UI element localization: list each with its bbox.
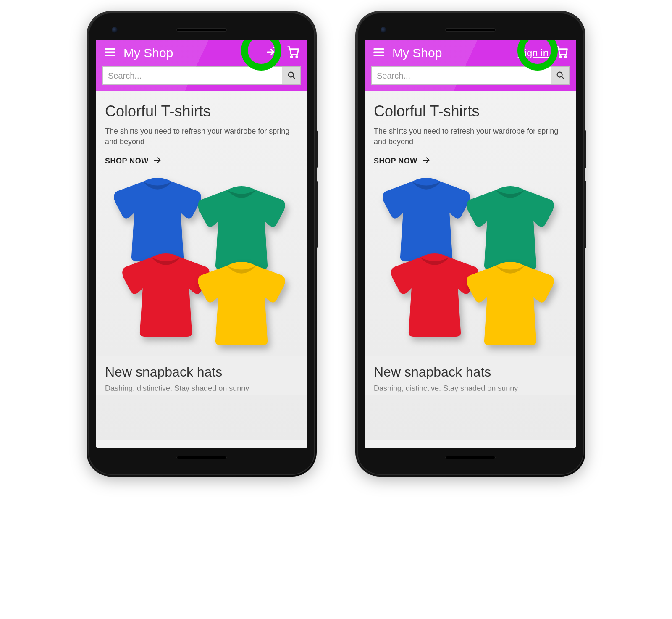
- search-button[interactable]: [282, 67, 300, 84]
- front-camera: [112, 27, 118, 33]
- tshirt-yellow: [193, 259, 290, 348]
- menu-button[interactable]: [102, 45, 118, 61]
- login-icon: [266, 46, 278, 60]
- search-icon: [287, 71, 296, 81]
- svg-point-5: [296, 56, 298, 58]
- phone-bezel-top: [96, 20, 307, 40]
- signin-button[interactable]: [265, 45, 280, 61]
- hero-title: Colorful T-shirts: [105, 103, 298, 120]
- hamburger-icon: [104, 46, 116, 60]
- shop-now-label: SHOP NOW: [105, 157, 149, 166]
- main-content: Colorful T-shirts The shirts you need to…: [96, 91, 307, 440]
- phone-screen: My Shop Sign in Color: [365, 40, 576, 448]
- search-bar: [102, 66, 301, 85]
- phone-power-button: [584, 130, 586, 168]
- hero-subtitle: The shirts you need to refresh your ward…: [105, 126, 298, 147]
- arrow-right-icon: [422, 155, 431, 167]
- svg-line-7: [292, 76, 294, 78]
- hats-section: New snapback hats Dashing, distinctive. …: [96, 356, 307, 395]
- hero-title: Colorful T-shirts: [374, 103, 567, 120]
- hats-subtitle-truncated: Dashing, distinctive. Stay shaded on sun…: [374, 384, 567, 393]
- search-button[interactable]: [551, 67, 569, 84]
- svg-point-4: [291, 56, 292, 58]
- search-bar: [371, 66, 570, 85]
- shop-now-link[interactable]: SHOP NOW: [105, 155, 162, 167]
- app-header: My Shop Sign in: [365, 40, 576, 91]
- phone-bezel-bottom: [96, 448, 307, 467]
- front-camera: [381, 27, 386, 33]
- cart-icon: [287, 46, 299, 60]
- shop-now-link[interactable]: SHOP NOW: [374, 155, 431, 167]
- tshirt-blue: [378, 175, 475, 263]
- search-input[interactable]: [103, 67, 282, 84]
- phone-bezel-bottom: [365, 448, 576, 467]
- main-content: Colorful T-shirts The shirts you need to…: [365, 91, 576, 440]
- phone-mock-left: My Shop: [88, 13, 315, 475]
- tshirt-image-group: [374, 171, 567, 348]
- hats-title: New snapback hats: [105, 364, 298, 380]
- phone-bezel-top: [365, 20, 576, 40]
- earpiece-speaker: [445, 28, 496, 32]
- menu-button[interactable]: [371, 45, 386, 61]
- hats-section: New snapback hats Dashing, distinctive. …: [365, 356, 576, 395]
- cart-icon: [556, 46, 568, 60]
- search-icon: [556, 71, 565, 81]
- app-title: My Shop: [123, 46, 173, 60]
- tshirt-yellow: [462, 259, 559, 348]
- phone-volume-button: [315, 181, 318, 248]
- svg-line-15: [561, 76, 563, 78]
- hero-subtitle: The shirts you need to refresh your ward…: [374, 126, 567, 147]
- phone-mock-right: My Shop Sign in Color: [357, 13, 584, 475]
- arrow-right-icon: [153, 155, 162, 167]
- hats-title: New snapback hats: [374, 364, 567, 380]
- app-title: My Shop: [392, 46, 442, 60]
- tshirt-blue: [109, 175, 206, 263]
- phone-screen: My Shop: [96, 40, 307, 448]
- phone-volume-button: [584, 181, 586, 248]
- signin-link[interactable]: Sign in: [518, 47, 549, 59]
- svg-point-13: [565, 56, 567, 58]
- svg-point-12: [559, 56, 561, 58]
- earpiece-speaker: [176, 28, 227, 32]
- bottom-speaker: [445, 456, 496, 459]
- search-input[interactable]: [372, 67, 551, 84]
- cart-button[interactable]: [286, 45, 301, 61]
- app-header: My Shop: [96, 40, 307, 91]
- hats-subtitle-truncated: Dashing, distinctive. Stay shaded on sun…: [105, 384, 298, 393]
- phone-power-button: [315, 130, 318, 168]
- tshirt-image-group: [105, 171, 298, 348]
- shop-now-label: SHOP NOW: [374, 157, 417, 166]
- hero-section: Colorful T-shirts The shirts you need to…: [105, 103, 298, 348]
- hamburger-icon: [373, 46, 385, 60]
- hero-section: Colorful T-shirts The shirts you need to…: [374, 103, 567, 348]
- cart-button[interactable]: [554, 45, 570, 61]
- bottom-speaker: [176, 456, 227, 459]
